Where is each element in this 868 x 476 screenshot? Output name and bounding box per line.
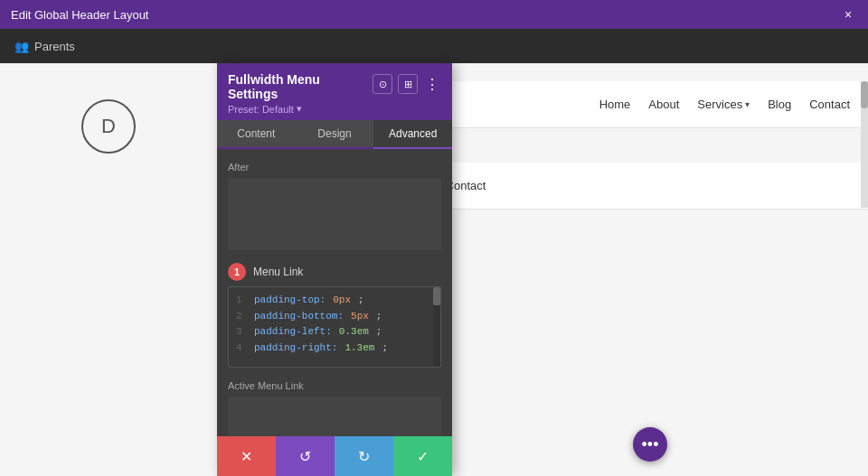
panel-preset[interactable]: Preset: Default ▾ xyxy=(228,103,373,115)
nav-item-about-1[interactable]: About xyxy=(648,98,679,111)
nav-item-home-1[interactable]: Home xyxy=(599,98,631,111)
canvas: D Search Home About Services ▾ Blog Cont… xyxy=(0,63,868,476)
parents-icon: 👥 xyxy=(14,40,29,53)
admin-bar: 👥 Parents xyxy=(0,29,868,63)
parents-label: Parents xyxy=(34,40,75,53)
code-line-3: 3 padding-left: 0.3em; xyxy=(236,324,433,341)
nav-item-contact-1[interactable]: Contact xyxy=(809,98,850,111)
panel-title: Fullwidth Menu Settings xyxy=(228,72,373,101)
chevron-down-icon: ▾ xyxy=(745,99,750,109)
parents-button[interactable]: 👥 Parents xyxy=(14,40,75,53)
code-scrollbar[interactable] xyxy=(433,287,440,367)
scroll-thumb xyxy=(861,81,868,108)
panel-content: After 1 Menu Link 1 padding-top: 0px; 2 … xyxy=(217,149,452,436)
divi-logo: D xyxy=(81,99,136,154)
code-line-4: 4 padding-right: 1.3em; xyxy=(236,341,433,357)
canvas-left: D xyxy=(0,63,217,476)
close-button[interactable]: × xyxy=(839,5,857,23)
tab-design[interactable]: Design xyxy=(296,120,374,149)
after-label: After xyxy=(228,162,441,173)
save-button[interactable]: ✓ xyxy=(393,436,452,476)
nav-item-blog-1[interactable]: Blog xyxy=(768,98,791,111)
fab-dots-icon: ••• xyxy=(642,435,659,454)
active-menu-link-preview xyxy=(228,397,441,436)
redo-button[interactable]: ↻ xyxy=(335,436,393,476)
panel-tabs: Content Design Advanced xyxy=(217,120,452,149)
code-line-2: 2 padding-bottom: 5px; xyxy=(236,309,433,325)
code-content: 1 padding-top: 0px; 2 padding-bottom: 5p… xyxy=(229,287,440,361)
css-code-editor[interactable]: 1 padding-top: 0px; 2 padding-bottom: 5p… xyxy=(228,286,441,368)
top-bar: Edit Global Header Layout × xyxy=(0,0,868,29)
scroll-indicator[interactable] xyxy=(861,81,868,208)
menu-link-row: 1 Menu Link xyxy=(228,263,441,281)
undo-button[interactable]: ↺ xyxy=(276,436,335,476)
cancel-button[interactable]: ✕ xyxy=(217,436,276,476)
panel-icon-layout[interactable]: ⊞ xyxy=(398,74,418,94)
after-preview-box xyxy=(228,178,441,250)
panel-title-area: Fullwidth Menu Settings Preset: Default … xyxy=(228,72,373,115)
menu-link-label: Menu Link xyxy=(253,266,303,278)
panel-header-icons: ⊙ ⊞ ⋮ xyxy=(373,74,441,94)
menu-link-badge: 1 xyxy=(228,263,246,281)
code-scrollbar-thumb xyxy=(433,287,440,305)
top-bar-title: Edit Global Header Layout xyxy=(11,8,148,22)
tab-advanced[interactable]: Advanced xyxy=(373,120,452,149)
panel-more-icon[interactable]: ⋮ xyxy=(423,76,441,93)
panel-icon-view[interactable]: ⊙ xyxy=(373,74,392,94)
code-line-1: 1 padding-top: 0px; xyxy=(236,293,433,309)
panel-bottom-buttons: ✕ ↺ ↻ ✓ xyxy=(217,436,452,476)
panel-header: Fullwidth Menu Settings Preset: Default … xyxy=(217,63,452,120)
active-menu-link-label: Active Menu Link xyxy=(228,380,441,391)
fab-button[interactable]: ••• xyxy=(633,427,667,462)
nav-item-services-1[interactable]: Services ▾ xyxy=(697,98,750,111)
settings-panel: Fullwidth Menu Settings Preset: Default … xyxy=(217,63,452,476)
nav-menu-1: Home About Services ▾ Blog Contact xyxy=(599,98,850,111)
tab-content[interactable]: Content xyxy=(217,120,296,149)
